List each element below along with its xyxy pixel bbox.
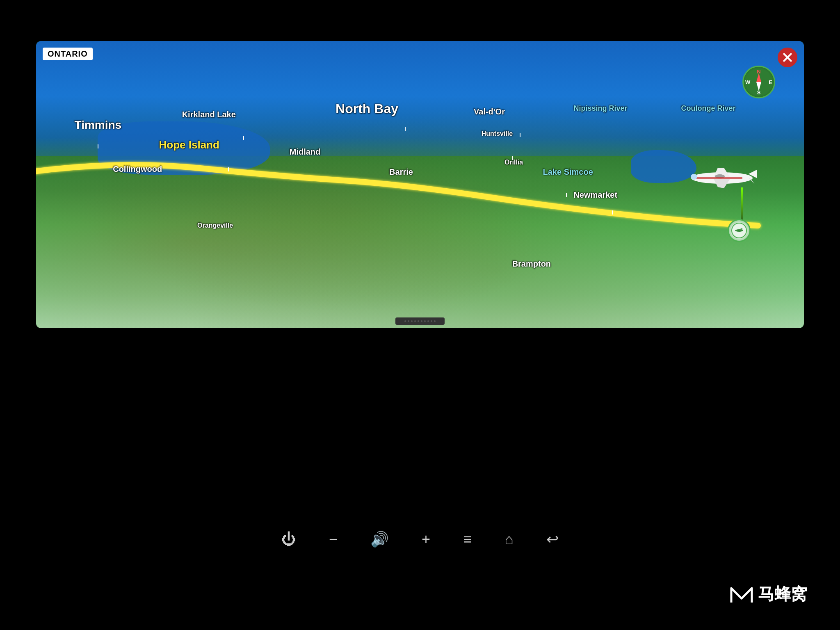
- tick-newmarket: [612, 210, 613, 215]
- label-orangeville: Orangeville: [197, 222, 233, 229]
- compass: N S E W: [742, 66, 775, 98]
- volume-up-button[interactable]: +: [422, 531, 430, 548]
- label-north-bay: North Bay: [336, 101, 398, 116]
- home-button[interactable]: ⌂: [504, 531, 514, 548]
- grill-dot-4: [414, 320, 416, 322]
- label-orillia: Orillia: [504, 159, 523, 166]
- label-brampton: Brampton: [512, 259, 551, 269]
- label-val-dor: Val-d'Or: [474, 107, 505, 116]
- watermark-logo-svg: [729, 584, 754, 605]
- grill-dot-2: [408, 320, 409, 322]
- tick-hope-island: [228, 167, 229, 171]
- compass-arrow-south: [756, 82, 761, 91]
- watermark-brand-text: 马蜂窝: [758, 583, 807, 605]
- label-collingwood: Collingwood: [113, 164, 162, 174]
- label-newmarket: Newmarket: [573, 190, 617, 200]
- tick-huntsville: [512, 156, 513, 160]
- grill-dot-1: [404, 320, 406, 322]
- tick-val-dor: [520, 133, 520, 137]
- label-lake-simcoe: Lake Simcoe: [543, 167, 593, 177]
- tick-north-bay: [405, 127, 406, 131]
- toolbar: ⏻ − 🔊 + ≡ ⌂ ↩: [0, 531, 840, 548]
- label-midland: Midland: [290, 147, 321, 157]
- grill-dot-5: [418, 320, 419, 322]
- grill-dot-8: [427, 320, 429, 322]
- compass-east-label: E: [769, 79, 772, 85]
- power-button[interactable]: ⏻: [281, 531, 296, 548]
- watermark: 马蜂窝: [729, 583, 807, 605]
- grill-dot-7: [424, 320, 426, 322]
- tick-orillia: [566, 193, 567, 197]
- label-kirkland-lake: Kirkland Lake: [182, 110, 236, 119]
- grill-dot-6: [421, 320, 422, 322]
- close-button[interactable]: [778, 48, 797, 67]
- label-nipissing-river: Nipissing River: [573, 104, 627, 113]
- svg-point-7: [691, 174, 697, 180]
- label-hope-island: Hope Island: [159, 139, 219, 151]
- svg-rect-6: [693, 177, 742, 179]
- compass-inner: N S E W: [744, 68, 773, 96]
- airport-circle: [728, 219, 751, 242]
- speaker-grill: [395, 317, 445, 325]
- compass-arrow-north: [756, 73, 761, 82]
- region-label: ONTARIO: [43, 48, 93, 60]
- label-coulonge-river: Coulonge River: [681, 104, 735, 113]
- volume-down-button[interactable]: −: [329, 531, 338, 548]
- label-huntsville: Huntsville: [482, 130, 513, 137]
- compass-west-label: W: [745, 79, 750, 85]
- airplane-icon: [685, 162, 759, 196]
- grill-dot-3: [411, 320, 413, 322]
- grill-dot-10: [434, 320, 436, 322]
- flight-map-screen: ONTARIO Timmins Kirkland Lake North Bay …: [36, 41, 804, 328]
- volume-icon: 🔊: [370, 531, 389, 548]
- tick-kirkland: [243, 136, 244, 140]
- label-timmins: Timmins: [75, 119, 122, 132]
- tick-timmins: [98, 144, 98, 148]
- back-button[interactable]: ↩: [546, 531, 559, 548]
- label-barrie: Barrie: [389, 167, 413, 177]
- grill-dot-9: [431, 320, 432, 322]
- menu-button[interactable]: ≡: [463, 531, 472, 548]
